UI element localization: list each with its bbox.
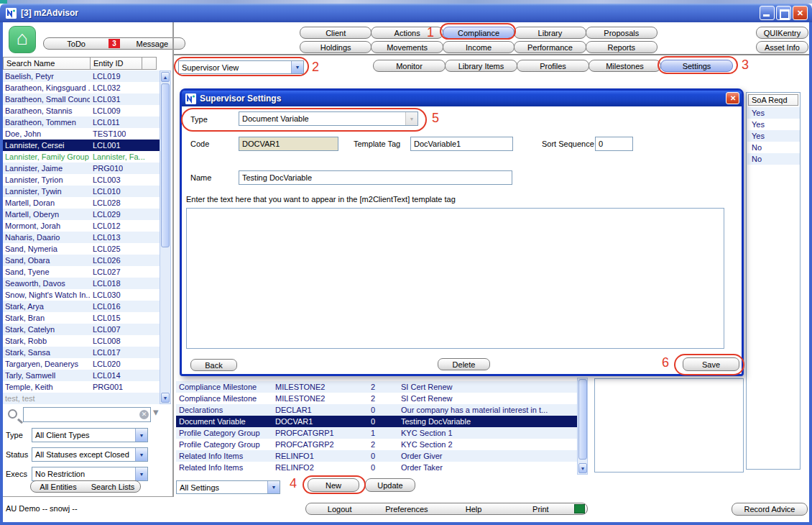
scroll-down-icon[interactable] bbox=[578, 463, 587, 473]
entity-row[interactable]: Stark, Catelyn LCL007 bbox=[3, 324, 160, 335]
entity-row[interactable]: Temple, Keith PRG001 bbox=[3, 381, 160, 393]
all-entities-button[interactable]: All Entities bbox=[31, 483, 86, 491]
entity-row[interactable]: Mormont, Jorah LCL012 bbox=[3, 220, 160, 232]
entity-row[interactable]: Martell, Oberyn LCL029 bbox=[3, 209, 160, 220]
status-text: AU Demo -- snowj -- bbox=[6, 504, 78, 513]
subtab[interactable]: Library Items bbox=[445, 60, 517, 72]
entity-row[interactable]: Baratheon, Kingsguard ... LCL032 bbox=[3, 82, 160, 93]
entity-row[interactable]: Baelish, Petyr LCL019 bbox=[3, 70, 160, 82]
entity-row[interactable]: Lannister, Jaime PRG010 bbox=[3, 163, 160, 174]
nav-tab[interactable]: Reports bbox=[586, 41, 658, 53]
subtab[interactable]: Monitor bbox=[373, 60, 446, 72]
entity-row[interactable]: Naharis, Daario LCL013 bbox=[3, 232, 160, 243]
entity-row[interactable]: Lannister, Family Group Lannister, Fa... bbox=[3, 151, 160, 163]
entity-row[interactable]: Stark, Arya LCL016 bbox=[3, 301, 160, 312]
dialog-close-button[interactable] bbox=[726, 92, 739, 104]
entity-row[interactable]: Baratheon, Stannis LCL009 bbox=[3, 105, 160, 117]
entity-list-scrollbar[interactable] bbox=[160, 70, 171, 404]
entity-row[interactable]: Targaryen, Deanerys LCL020 bbox=[3, 358, 160, 370]
expand-chevron-icon[interactable] bbox=[153, 406, 159, 419]
minimize-button[interactable] bbox=[760, 6, 775, 20]
back-button[interactable]: Back bbox=[190, 359, 237, 371]
maximize-button[interactable] bbox=[776, 6, 791, 20]
subtab[interactable]: Profiles bbox=[517, 60, 589, 72]
column-header-search-name[interactable]: Search Name bbox=[3, 57, 91, 70]
filter-dropdown[interactable]: All Client Types bbox=[32, 428, 148, 442]
message-button[interactable]: Message bbox=[120, 40, 185, 48]
asset-info-button[interactable]: Asset Info bbox=[756, 41, 808, 53]
update-button[interactable]: Update bbox=[365, 478, 415, 492]
entity-row[interactable]: Seaworth, Davos LCL018 bbox=[3, 278, 160, 289]
entity-row[interactable]: Sand, Obara LCL026 bbox=[3, 255, 160, 266]
nav-tab[interactable]: Movements bbox=[371, 41, 443, 53]
subtab[interactable]: Milestones bbox=[589, 60, 661, 72]
soa-column-header[interactable]: SoA Reqd bbox=[748, 94, 798, 106]
save-button[interactable]: Save bbox=[683, 357, 739, 371]
type-dropdown[interactable]: Document Variable bbox=[239, 111, 418, 126]
settings-row[interactable]: Declarations DECLAR1 0 Our company has a… bbox=[176, 404, 577, 416]
entity-row[interactable]: Baratheon, Small Counci... LCL031 bbox=[3, 93, 160, 105]
delete-button[interactable]: Delete bbox=[438, 358, 490, 370]
record-advice-button[interactable]: Record Advice bbox=[732, 503, 808, 516]
scroll-up-icon[interactable] bbox=[161, 72, 170, 82]
scrollbar-thumb[interactable] bbox=[578, 379, 587, 460]
view-selector-dropdown[interactable]: Supervisor View bbox=[178, 60, 304, 74]
settings-row[interactable]: Compliance Milestone MILESTONE2 2 SI Cer… bbox=[176, 393, 577, 404]
entity-row[interactable]: Sand, Nymeria LCL025 bbox=[3, 243, 160, 255]
home-button[interactable] bbox=[9, 26, 36, 53]
settings-row[interactable]: Related Info Items RELINFO2 0 Order Take… bbox=[176, 462, 577, 473]
column-header-entity-id[interactable]: Entity ID bbox=[90, 57, 142, 70]
nav-tab[interactable]: Proposals bbox=[586, 27, 658, 39]
nav-tab[interactable]: Compliance bbox=[443, 27, 515, 39]
new-button[interactable]: New bbox=[308, 478, 359, 492]
nav-tab[interactable]: Performance bbox=[514, 41, 586, 53]
client-text-input[interactable] bbox=[186, 208, 724, 349]
search-input[interactable] bbox=[23, 407, 151, 422]
entity-row[interactable]: Sand, Tyene LCL027 bbox=[3, 266, 160, 278]
name-field[interactable]: Testing DocVariable bbox=[239, 170, 512, 185]
bottom-bar-button[interactable]: Logout bbox=[306, 505, 373, 513]
entity-row[interactable]: Baratheon, Tommen LCL011 bbox=[3, 117, 160, 128]
code-field[interactable]: DOCVAR1 bbox=[239, 137, 338, 151]
entity-row[interactable]: Doe, John TEST100 bbox=[3, 128, 160, 140]
todo-button[interactable]: ToDo bbox=[44, 40, 109, 48]
settings-filter-dropdown[interactable]: All Settings bbox=[176, 480, 280, 494]
dialog-title-bar: Supervisor Settings bbox=[182, 91, 742, 106]
settings-row[interactable]: Related Info Items RELINFO1 0 Order Give… bbox=[176, 450, 577, 462]
filter-dropdown[interactable]: All Statuses except Closed bbox=[32, 447, 148, 462]
quikentry-button[interactable]: QUIKentry bbox=[756, 27, 808, 39]
settings-row[interactable]: Compliance Milestone MILESTONE2 2 SI Cer… bbox=[176, 381, 577, 393]
filter-dropdown[interactable]: No Restriction bbox=[32, 467, 148, 481]
scrollbar-thumb[interactable] bbox=[161, 83, 170, 247]
nav-tab[interactable]: Holdings bbox=[300, 41, 372, 53]
entity-row[interactable]: test, test bbox=[3, 393, 160, 404]
entity-row[interactable]: Tarly, Samwell LCL014 bbox=[3, 370, 160, 381]
search-lists-button[interactable]: Search Lists bbox=[86, 483, 140, 491]
bottom-bar-button[interactable]: Print bbox=[507, 505, 574, 513]
settings-row[interactable]: Profile Category Group PROFCATGRP1 1 KYC… bbox=[176, 427, 577, 439]
entity-list: Baelish, Petyr LCL019 Baratheon, Kingsgu… bbox=[3, 70, 160, 404]
bottom-bar-button[interactable]: Preferences bbox=[373, 505, 440, 513]
template-tag-field[interactable]: DocVariable1 bbox=[410, 137, 513, 151]
entity-row[interactable]: Stark, Sansa LCL017 bbox=[3, 347, 160, 358]
scroll-down-icon[interactable] bbox=[161, 393, 170, 403]
close-button[interactable] bbox=[793, 6, 808, 20]
entity-row[interactable]: Lannister, Cersei LCL001 bbox=[3, 140, 160, 151]
settings-row[interactable]: Profile Category Group PROFCATGRP2 2 KYC… bbox=[176, 439, 577, 450]
entity-row[interactable]: Lannister, Tyrion LCL003 bbox=[3, 174, 160, 186]
subtab[interactable]: Settings bbox=[660, 60, 733, 72]
entity-row[interactable]: Lannister, Tywin LCL010 bbox=[3, 186, 160, 197]
entity-row[interactable]: Martell, Doran LCL028 bbox=[3, 197, 160, 209]
nav-tab[interactable]: Income bbox=[443, 41, 515, 53]
entity-row[interactable]: Snow, Night's Watch In... LCL030 bbox=[3, 289, 160, 301]
settings-table-scrollbar[interactable] bbox=[577, 378, 588, 475]
settings-row[interactable]: Document Variable DOCVAR1 0 Testing DocV… bbox=[176, 416, 577, 427]
nav-tab[interactable]: Library bbox=[514, 27, 586, 39]
nav-tab[interactable]: Client bbox=[300, 27, 372, 39]
entity-row[interactable]: Stark, Bran LCL015 bbox=[3, 312, 160, 324]
clear-search-icon[interactable]: ✕ bbox=[139, 410, 149, 419]
bottom-bar-button[interactable]: Help bbox=[440, 505, 507, 513]
sort-sequence-field[interactable]: 0 bbox=[595, 137, 633, 151]
type-label: Type bbox=[190, 115, 208, 124]
entity-row[interactable]: Stark, Robb LCL008 bbox=[3, 335, 160, 347]
